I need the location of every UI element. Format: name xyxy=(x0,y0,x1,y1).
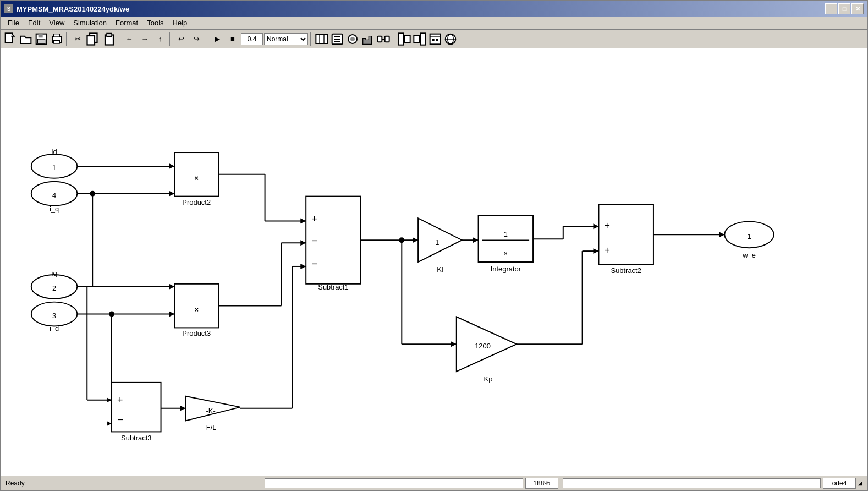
arrow-id-product2 xyxy=(169,163,174,169)
separator-6 xyxy=(393,32,395,46)
arrow-fl-sub1 xyxy=(300,264,306,269)
status-ready: Ready xyxy=(6,479,262,487)
paste-button[interactable] xyxy=(101,32,116,46)
menu-help[interactable]: Help xyxy=(168,18,192,28)
separator-4 xyxy=(206,32,208,46)
id2-input-label: 3 xyxy=(52,312,56,320)
svg-rect-12 xyxy=(107,33,112,36)
svg-rect-29 xyxy=(430,34,441,44)
simulink-diagram: 1 id 4 i_q 2 iq 3 i_d × Product2 × Produ… xyxy=(1,48,867,476)
integrator-top: 1 xyxy=(504,230,508,238)
zoom-select[interactable]: Normal Fit 50% 100% 200% xyxy=(264,33,308,45)
separator-2 xyxy=(118,32,120,46)
new-button[interactable] xyxy=(3,32,18,46)
status-solver: ode4 xyxy=(823,478,856,489)
stop-button[interactable]: ■ xyxy=(226,32,240,46)
id-port-label: id xyxy=(52,148,57,156)
id-input-label: 1 xyxy=(52,163,56,172)
we-output-sublabel: w_e xyxy=(742,251,756,259)
window-title: MYPMSM_MRAS20140224ydk/we xyxy=(17,5,825,13)
svg-rect-28 xyxy=(420,33,425,45)
menu-file[interactable]: File xyxy=(3,18,24,28)
nav-forward-button[interactable] xyxy=(413,32,427,46)
arrow-id2-sub3-minus xyxy=(107,422,112,426)
settings-button[interactable] xyxy=(428,32,442,46)
canvas-area[interactable]: 1 id 4 i_q 2 iq 3 i_d × Product2 × Produ… xyxy=(1,48,867,476)
arrow-iq2-sub3-plus xyxy=(107,398,112,402)
subtract3-plus: + xyxy=(117,395,123,406)
web-button[interactable] xyxy=(443,32,458,46)
arrow-ki-integrator xyxy=(473,237,479,243)
menu-edit[interactable]: Edit xyxy=(24,18,45,28)
minimize-button[interactable]: ─ xyxy=(825,3,837,14)
fl-sublabel: F/L xyxy=(206,423,217,432)
redo2-button[interactable]: ↪ xyxy=(189,32,204,46)
arrow-prod3-sub1 xyxy=(300,240,306,246)
menu-tools[interactable]: Tools xyxy=(142,18,168,28)
svg-point-21 xyxy=(350,37,355,41)
svg-text:S: S xyxy=(7,6,11,12)
subtract3-label: Subtract3 xyxy=(121,434,151,442)
subtract3-minus: − xyxy=(117,413,124,425)
nav-up-button[interactable]: ↑ xyxy=(153,32,167,46)
menu-view[interactable]: View xyxy=(45,18,69,28)
ki-label: 1 xyxy=(435,238,439,247)
linker-button[interactable] xyxy=(376,32,391,46)
product3-label: Product3 xyxy=(182,329,211,337)
model-browser-button[interactable] xyxy=(330,32,344,46)
app-icon: S xyxy=(4,4,13,13)
undo-button[interactable]: ← xyxy=(122,32,136,46)
subtract2-plus1: + xyxy=(604,220,609,231)
close-button[interactable]: ✕ xyxy=(851,3,864,14)
subtract2-label: Subtract2 xyxy=(611,266,641,275)
svg-rect-10 xyxy=(87,36,95,45)
profiler-button[interactable] xyxy=(361,32,375,46)
main-window: S MYPMSM_MRAS20140224ydk/we ─ □ ✕ File E… xyxy=(0,0,868,491)
arrow-sub3-fl xyxy=(180,406,185,411)
subtract2-plus2: + xyxy=(604,245,609,256)
redo-button[interactable]: → xyxy=(138,32,152,46)
product3-symbol: × xyxy=(194,305,199,314)
svg-rect-13 xyxy=(316,35,327,43)
we-output-label: 1 xyxy=(747,232,751,241)
svg-rect-32 xyxy=(436,39,438,41)
status-zoom: 188% xyxy=(525,478,558,489)
junction-iq xyxy=(90,191,95,197)
separator-3 xyxy=(169,32,172,46)
arrow-iq-product3 xyxy=(169,284,174,290)
arrow-sub1-kp xyxy=(451,341,457,347)
save-button[interactable] xyxy=(34,32,48,46)
menu-simulation[interactable]: Simulation xyxy=(69,18,111,28)
svg-rect-23 xyxy=(385,36,389,42)
maximize-button[interactable]: □ xyxy=(838,3,850,14)
kp-sublabel: Kp xyxy=(484,375,493,383)
svg-rect-7 xyxy=(54,34,60,36)
iq-port-label: i_q xyxy=(50,205,59,213)
subtract1-label: Subtract1 xyxy=(318,283,348,291)
status-middle-spacer xyxy=(265,478,523,488)
print-button[interactable] xyxy=(50,32,64,46)
cut-button[interactable]: ✂ xyxy=(70,32,85,46)
nav-back-button[interactable] xyxy=(397,32,411,46)
svg-rect-27 xyxy=(414,35,420,42)
arrow-integrator-sub2 xyxy=(594,223,599,229)
sim-time-input[interactable] xyxy=(241,33,263,45)
copy-button[interactable] xyxy=(86,32,100,46)
ki-sublabel: Ki xyxy=(437,265,443,274)
separator-5 xyxy=(310,32,312,46)
debugger-button[interactable] xyxy=(345,32,360,46)
subtract1-minus1: − xyxy=(311,234,318,247)
play-button[interactable]: ▶ xyxy=(210,32,224,46)
menu-format[interactable]: Format xyxy=(111,18,142,28)
svg-rect-5 xyxy=(37,39,45,43)
iq2-port-label: iq xyxy=(52,269,57,277)
fl-label: -K- xyxy=(206,407,215,415)
arrow-sub2-we xyxy=(719,232,724,237)
undo2-button[interactable]: ↩ xyxy=(174,32,188,46)
status-resize-icon: ◢ xyxy=(858,480,862,486)
library-button[interactable] xyxy=(315,32,329,46)
arrow-id2-product3 xyxy=(169,312,174,317)
open-button[interactable] xyxy=(19,32,33,46)
id2-port-label: i_d xyxy=(50,324,59,332)
ki-block[interactable] xyxy=(418,218,462,262)
